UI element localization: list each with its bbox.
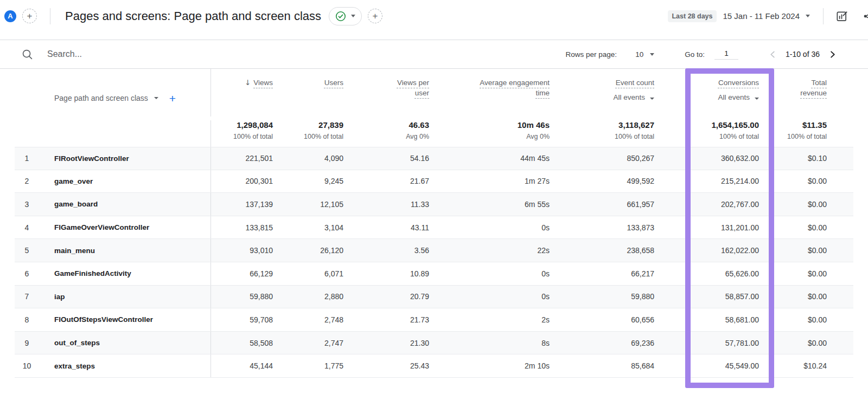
column-header-users: Users [273,69,343,117]
conversions-cell: 131,201.00 [654,216,759,239]
chevron-down-icon [650,98,654,100]
total-revenue-cell: $0.00 [759,262,853,285]
conversions-cell: 58,681.00 [654,308,759,331]
page-path-cell: FIRootViewController [39,147,210,170]
column-header-total-revenue: Total revenue [759,69,853,117]
views-cell: 66,129 [210,262,273,285]
total-revenue-cell: $0.10 [759,147,853,170]
chevron-down-icon [755,98,759,100]
total-average-engagement-time: 10m 46s Avg 0% [429,120,550,147]
views-cell: 58,508 [210,332,273,354]
total-views-per-user: 46.63 Avg 0% [343,120,429,147]
average-engagement-time-cell: 8s [429,332,550,354]
chevron-down-icon[interactable] [154,97,158,99]
check-circle-icon [335,11,346,22]
customize-report-icon[interactable] [835,10,848,22]
previous-page-icon[interactable] [769,50,777,59]
total-revenue-cell: $0.00 [759,193,853,216]
date-range-value[interactable]: 15 Jan - 11 Feb 2024 [723,11,800,21]
app-root: A + Pages and screens: Page path and scr… [0,0,868,394]
views-per-user-cell: 20.79 [343,286,429,308]
row-number: 10 [15,354,39,377]
conversions-filter[interactable]: All events [654,92,759,102]
event-count-cell: 850,267 [550,147,654,170]
report-status-pill[interactable] [329,7,362,25]
views-per-user-cell: 43.11 [343,216,429,239]
total-users: 27,839 100% of total [273,120,343,147]
total-revenue-cell: $0.00 [759,308,853,331]
dimension-header-label[interactable]: Page path and screen class [54,94,148,102]
total-revenue-cell: $0.00 [759,170,853,193]
users-cell: 3,104 [273,216,343,239]
average-engagement-time-cell: 0s [429,262,550,285]
views-per-user-cell: 54.16 [343,147,429,170]
chevron-down-icon[interactable] [806,15,810,17]
views-cell: 93,010 [210,239,273,262]
goto-page-input[interactable]: 1 [714,49,738,60]
average-engagement-time-cell: 0s [429,216,550,239]
views-cell: 137,139 [210,193,273,216]
users-cell: 2,747 [273,332,343,354]
column-header-views-per-user: Views per user [343,69,429,117]
column-header-views: ↓Views [210,69,273,117]
views-per-user-cell: 10.89 [343,262,429,285]
row-number-header [15,69,39,117]
users-cell: 2,748 [273,308,343,331]
event-count-cell: 69,236 [550,332,654,354]
page-path-cell: main_menu [39,239,210,262]
conversions-cell: 202,767.00 [654,193,759,216]
avatar[interactable]: A [4,10,16,22]
views-cell: 221,501 [210,147,273,170]
chevron-down-icon[interactable] [650,53,654,56]
total-event-count: 3,118,627 100% of total [550,120,654,147]
search-input[interactable]: Search... [47,49,82,59]
views-per-user-cell: 11.33 [343,193,429,216]
plus-icon: + [373,11,378,21]
table-row: 6 GameFinishedActivity 66,129 6,071 10.8… [15,262,853,286]
rows-per-page-select[interactable]: 10 [635,50,643,59]
divider [50,8,50,24]
views-per-user-cell: 21.67 [343,170,429,193]
row-number: 5 [15,239,39,262]
total-revenue: $11.35 100% of total [759,120,853,147]
add-comparison-button[interactable]: + [22,9,37,23]
users-cell: 9,245 [273,170,343,193]
event-count-cell: 59,880 [550,286,654,308]
event-count-cell: 661,957 [550,193,654,216]
goto-label: Go to: [685,50,705,59]
row-number: 8 [15,308,39,331]
views-cell: 133,815 [210,216,273,239]
share-icon[interactable] [862,10,868,23]
row-number: 9 [15,332,39,354]
add-dimension-icon[interactable]: + [169,93,176,104]
row-number: 4 [15,216,39,239]
row-number: 1 [15,147,39,170]
next-page-icon[interactable] [828,50,837,59]
column-header-average-engagement-time: Average engagement time [429,69,550,117]
average-engagement-time-cell: 1m 27s [429,170,550,193]
total-revenue-cell: $0.00 [759,239,853,262]
average-engagement-time-cell: 6m 55s [429,193,550,216]
top-bar: A + Pages and screens: Page path and scr… [0,0,868,40]
views-per-user-cell: 21.30 [343,332,429,354]
add-report-button[interactable]: + [368,9,382,23]
pagination-range: 1-10 of 36 [786,50,820,59]
dimension-header: Page path and screen class + [39,69,210,117]
total-revenue-cell: $10.24 [759,354,853,377]
rows-per-page-label: Rows per page: [566,50,617,59]
event-count-cell: 85,684 [550,354,654,377]
users-cell: 4,090 [273,147,343,170]
event-count-cell: 499,592 [550,170,654,193]
row-number: 7 [15,286,39,308]
total-conversions: 1,654,165.00 100% of total [654,120,759,147]
table-header-row: Page path and screen class + ↓Views User… [15,69,853,117]
views-cell: 59,880 [210,286,273,308]
row-number: 6 [15,262,39,285]
page-path-cell: game_board [39,193,210,216]
page-path-cell: game_over [39,170,210,193]
event-count-filter[interactable]: All events [550,92,654,102]
users-cell: 2,880 [273,286,343,308]
column-header-event-count: Event count All events [550,69,654,117]
average-engagement-time-cell: 22s [429,239,550,262]
plus-icon: + [27,11,33,21]
